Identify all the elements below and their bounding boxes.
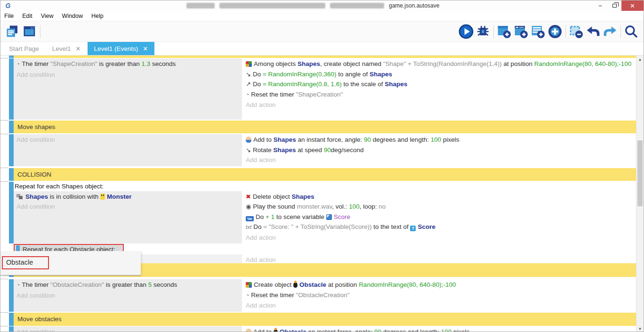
delete-icon: ✖	[246, 192, 251, 202]
add-condition-button[interactable]: Add condition	[16, 327, 239, 332]
action-line[interactable]: Among objects Shapes, create object name…	[246, 59, 633, 69]
action-line[interactable]: VarDo + 1 to scene variable Score	[246, 212, 633, 222]
comment-text: Move obstacles	[14, 313, 636, 325]
scrollbar-thumb[interactable]	[637, 140, 643, 206]
action-line[interactable]: txtDo = "Score: " + ToString(Variable(Sc…	[246, 222, 633, 233]
timer-icon: ◔	[246, 291, 249, 301]
tab-level1-events[interactable]: Level1 (Events)✕	[88, 42, 155, 55]
add-action-button[interactable]: Add action	[246, 300, 633, 311]
event-gutter-bar	[0, 134, 14, 166]
event-gutter-bar	[0, 58, 14, 120]
vertical-scrollbar[interactable]: ▲ ▼	[636, 56, 644, 332]
actions-area: Create object Obstacle at position Rando…	[243, 279, 636, 312]
condition-line[interactable]: ◔The timer "ObstacleCreation" is greater…	[16, 280, 239, 291]
restore-button[interactable]	[607, 0, 621, 11]
comment-row[interactable]: Move shapes	[0, 121, 636, 133]
condition-line[interactable]: ◔The timer "ShapeCreation" is greater th…	[16, 59, 239, 70]
redacted-title-segment	[330, 3, 384, 8]
action-line[interactable]: ✖Delete object Shapes	[246, 192, 633, 202]
action-line[interactable]: ↘Do = RandomInRange(0,360) to angle of S…	[246, 69, 633, 80]
event-row: Add conditionAdd to Shapes an instant fo…	[0, 134, 636, 166]
angle-icon: ↘	[246, 145, 251, 155]
app-logo-icon: G	[3, 2, 13, 9]
sound-icon: ◉	[246, 202, 251, 212]
variable-icon: Var	[246, 216, 254, 221]
comment-row[interactable]: COLLISION	[0, 168, 636, 181]
event-row: ◔The timer "ShapeCreation" is greater th…	[0, 58, 636, 120]
redacted-title-segment	[186, 3, 215, 8]
comment-row[interactable]: Move obstacles	[0, 313, 636, 326]
tab-level1[interactable]: Level1✕	[46, 42, 88, 55]
add-subevent-icon[interactable]	[513, 24, 530, 40]
conditions-area: Add condition	[14, 326, 242, 332]
scroll-up-icon[interactable]: ▲	[636, 56, 644, 63]
collision-icon	[16, 194, 24, 200]
scroll-down-icon[interactable]: ▼	[636, 325, 644, 332]
event-gutter-bar	[0, 121, 14, 133]
action-line[interactable]: ↘Rotate Shapes at speed 90deg/second	[246, 145, 633, 155]
action-line[interactable]: ◔Reset the timer "ShapeCreation"	[246, 89, 633, 100]
actions-area: Add to Obstacle an instant force, angle:…	[243, 326, 636, 332]
timer-icon: ◔	[246, 90, 249, 100]
toolbar-separator	[493, 25, 494, 38]
menu-file[interactable]: File	[4, 13, 14, 19]
add-condition-button[interactable]: Add condition	[16, 70, 239, 80]
add-action-button[interactable]: Add action	[246, 155, 633, 165]
remove-event-icon[interactable]	[568, 24, 585, 40]
autocomplete-popup: Obstacle	[0, 251, 141, 275]
event-gutter-bar	[0, 279, 14, 312]
add-condition-button[interactable]: Add condition	[16, 202, 239, 212]
tab-start-page[interactable]: Start Page	[2, 42, 46, 55]
repeat-header[interactable]: Repeat for each Shapes object:	[14, 182, 636, 191]
comment-text: COLLISION	[14, 168, 636, 181]
condition-line[interactable]: Shapes is in collision with Monster	[16, 192, 239, 202]
action-line[interactable]: Create object Obstacle at position Rando…	[246, 280, 633, 290]
close-icon[interactable]: ✕	[76, 45, 81, 52]
add-event-icon[interactable]	[496, 24, 513, 40]
txt-icon: txt	[246, 222, 251, 233]
conditions-area: ◔The timer "ObstacleCreation" is greater…	[14, 279, 242, 312]
obstacle-icon	[274, 329, 278, 332]
debug-icon[interactable]	[475, 24, 491, 40]
search-icon[interactable]	[623, 24, 640, 40]
conditions-area: ◔The timer "ShapeCreation" is greater th…	[14, 58, 242, 120]
menu-edit[interactable]: Edit	[22, 13, 32, 19]
event-row: Add conditionAdd to Obstacle an instant …	[0, 326, 636, 332]
close-button[interactable]: ✕	[621, 0, 644, 11]
events-sheet: ◔The timer "ShapeCreation" is greater th…	[0, 56, 644, 332]
actions-area: Add to Shapes an instant force, angle: 9…	[243, 134, 636, 166]
action-line[interactable]: Add to Obstacle an instant force, angle:…	[246, 327, 633, 332]
toolbar-separator	[40, 25, 40, 38]
add-action-button[interactable]: Add action	[246, 233, 633, 243]
window-title: game.json.autosave	[186, 0, 439, 11]
conditions-area: Add condition	[14, 134, 242, 166]
timer-icon: ◔	[16, 59, 20, 70]
add-condition-button[interactable]: Add condition	[16, 135, 239, 145]
action-line[interactable]: ◔Reset the timer "ObstacleCreation"	[246, 290, 633, 301]
add-new-icon[interactable]	[547, 24, 564, 40]
scale-icon: ↗	[246, 79, 251, 89]
scene-editor-icon[interactable]	[21, 24, 38, 40]
menu-view[interactable]: View	[41, 13, 54, 19]
add-condition-button[interactable]: Add condition	[16, 291, 239, 301]
action-line[interactable]: ↗Do = RandomInRange(0.8, 1.6) to the sca…	[246, 79, 633, 89]
preview-play-icon[interactable]	[458, 24, 475, 40]
title-bar: G game.json.autosave – ✕	[0, 0, 644, 11]
undo-icon[interactable]	[585, 24, 602, 40]
minimize-button[interactable]: –	[593, 0, 607, 11]
redo-icon[interactable]	[602, 24, 619, 40]
add-action-button[interactable]: Add action	[246, 100, 633, 110]
project-manager-icon[interactable]	[4, 24, 21, 40]
app-window: G game.json.autosave – ✕ File Edit View …	[0, 0, 644, 332]
create-icon	[246, 282, 252, 288]
menu-help[interactable]: Help	[91, 13, 104, 19]
action-line[interactable]: ◉Play the sound monster.wav, vol.: 100, …	[246, 202, 633, 212]
close-icon[interactable]: ✕	[143, 45, 148, 52]
tab-bar: Start Page Level1✕ Level1 (Events)✕	[0, 42, 644, 56]
add-comment-icon[interactable]	[530, 24, 547, 40]
suggestion-obstacle[interactable]: Obstacle	[2, 256, 49, 269]
menu-window[interactable]: Window	[62, 13, 83, 19]
event-gutter-bar	[0, 168, 14, 181]
action-line[interactable]: Add to Shapes an instant force, angle: 9…	[246, 135, 633, 145]
event-gutter-bar	[0, 182, 14, 244]
